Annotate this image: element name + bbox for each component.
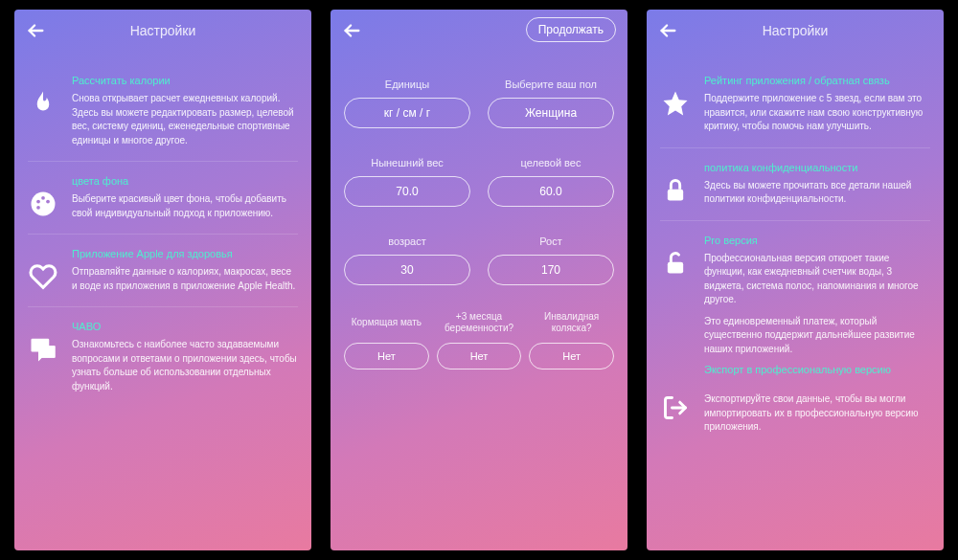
setting-title: Pro версия [704,235,930,246]
settings-screen-2: Настройки Рейтинг приложения / обратная … [647,10,944,550]
back-button[interactable] [656,19,679,42]
svg-point-3 [41,196,45,200]
setting-title: ЧАВО [72,321,298,332]
age-label: возраст [344,235,470,247]
setting-faq[interactable]: ЧАВО Ознакомьтесь с наиболее часто задав… [28,307,298,407]
page-title: Настройки [660,23,930,38]
nursing-toggle[interactable]: Нет [344,343,429,370]
setting-desc: Здесь вы можете прочитать все детали наш… [704,179,930,207]
age-input[interactable]: 30 [344,255,470,285]
palette-icon [28,189,58,219]
setting-desc: Ознакомьтесь с наиболее часто задаваемым… [72,338,298,393]
setting-desc: Поддержите приложение с 5 звезд, если ва… [704,92,930,134]
setting-pro-version[interactable]: Pro версия Профессиональная версия откро… [660,221,930,390]
settings-list: Рассчитать калории Снова открывает расче… [14,52,311,550]
setting-rating-feedback[interactable]: Рейтинг приложения / обратная связь Подд… [660,61,930,148]
settings-list: Рейтинг приложения / обратная связь Подд… [647,52,944,550]
nursing-label: Кормящая мать [344,310,429,335]
fire-icon [28,88,58,119]
svg-point-4 [46,200,50,204]
setting-export[interactable]: Экспортируйте свои данные, чтобы вы могл… [660,389,930,448]
back-arrow-icon [25,20,46,41]
units-label: Единицы [344,78,470,90]
setting-title: Приложение Apple для здоровья [72,248,298,259]
svg-rect-11 [668,189,683,200]
setting-title: цвета фона [72,175,298,187]
svg-marker-10 [664,92,688,116]
form-content: Единицы кг / см / г Выберите ваш пол Жен… [331,52,627,550]
gender-label: Выберите ваш пол [488,78,614,90]
export-icon [660,392,691,423]
back-button[interactable] [340,19,363,42]
lock-open-icon [660,248,691,279]
back-arrow-icon [341,20,362,41]
header: Настройки [647,10,944,52]
star-icon [660,88,691,119]
wheelchair-toggle[interactable]: Нет [529,343,614,370]
setting-apple-health[interactable]: Приложение Apple для здоровья Отправляйт… [28,235,298,307]
setting-title: Рассчитать калории [72,75,298,86]
height-input[interactable]: 170 [488,255,614,285]
continue-button[interactable]: Продолжать [526,17,616,42]
svg-point-5 [36,206,40,210]
svg-rect-12 [668,261,683,273]
svg-point-1 [32,192,56,216]
setting-title: политика конфиденциальности [704,162,930,173]
wheelchair-label: Инвалидная коляска? [529,310,614,335]
chat-icon [28,334,58,365]
page-title: Настройки [28,23,298,38]
header: Продолжать [331,10,627,52]
gender-selector[interactable]: Женщина [488,98,614,128]
pregnant-label: +3 месяца беременности? [437,310,522,335]
heart-icon [28,261,58,292]
setting-calculate-calories[interactable]: Рассчитать калории Снова открывает расче… [28,61,298,162]
height-label: Рост [488,235,614,247]
svg-point-2 [36,200,40,204]
back-button[interactable] [24,19,47,42]
header: Настройки [14,10,311,52]
lock-icon [660,175,691,206]
setting-desc: Выберите красивый цвет фона, чтобы добав… [72,192,298,220]
setting-desc: Экспортируйте свои данные, чтобы вы могл… [704,392,930,435]
setting-title: Рейтинг приложения / обратная связь [704,75,930,86]
pregnant-toggle[interactable]: Нет [437,343,522,370]
setting-extra: Это единовременный платеж, который сущес… [704,315,930,357]
setting-desc: Профессиональная версия откроет такие фу… [704,252,930,307]
profile-form-screen: Продолжать Единицы кг / см / г Выберите … [331,10,627,550]
export-pro-link[interactable]: Экспорт в профессиональную версию [704,364,930,375]
setting-desc: Снова открывает расчет ежедневных калори… [72,92,298,147]
setting-desc: Отправляйте данные о калориях, макросах,… [72,265,298,293]
setting-background-colors[interactable]: цвета фона Выберите красивый цвет фона, … [28,162,298,235]
units-selector[interactable]: кг / см / г [344,98,470,128]
target-weight-label: целевой вес [488,157,614,168]
target-weight-input[interactable]: 60.0 [488,176,614,207]
settings-screen-1: Настройки Рассчитать калории Снова откры… [14,10,311,550]
current-weight-input[interactable]: 70.0 [344,176,470,207]
setting-privacy-policy[interactable]: политика конфиденциальности Здесь вы мож… [660,148,930,221]
current-weight-label: Нынешний вес [344,157,470,168]
back-arrow-icon [657,20,678,41]
